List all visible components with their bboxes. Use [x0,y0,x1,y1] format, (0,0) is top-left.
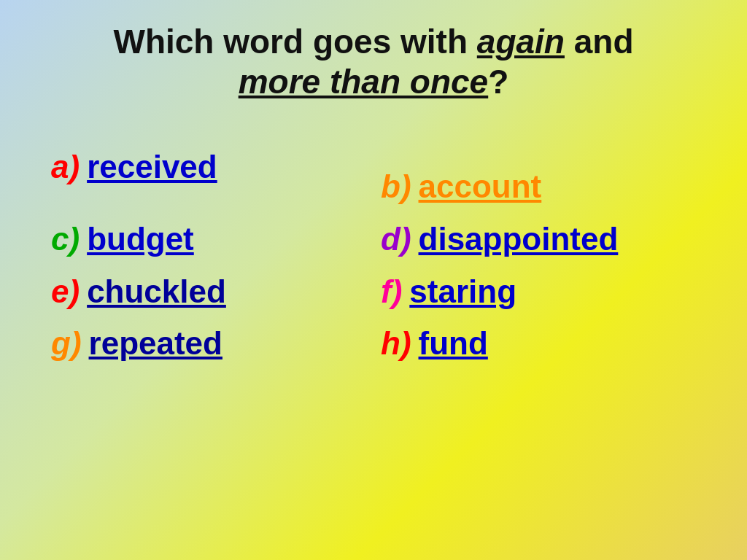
answer-label-h: h) [381,321,411,366]
answer-label-c: c) [51,217,80,262]
answer-label-e: e) [51,269,80,314]
question-middle: and [565,23,634,61]
question-prefix: Which word goes with [113,23,476,61]
answer-word-b: account [419,164,542,209]
question-word2: more than once [239,63,489,101]
question-suffix: ? [488,63,508,101]
answer-item-f: f)staring [381,269,696,314]
answer-word-a: received [87,144,217,190]
answer-label-b: b) [381,164,411,209]
answer-label-g: g) [51,321,82,366]
answer-word-d: disappointed [419,217,619,262]
answer-item-b: b)account [381,164,696,209]
answers-grid: a)receivedb)accountc)budgetd)disappointe… [36,124,711,365]
answer-item-h: h)fund [381,321,696,366]
answer-word-h: fund [419,321,488,366]
answer-label-f: f) [381,269,402,314]
answer-label-d: d) [381,217,411,262]
question-word1: again [477,23,565,61]
answer-item-c: c)budget [51,217,366,262]
answer-item-g: g)repeated [51,321,366,366]
answer-word-f: staring [409,269,516,314]
answer-label-a: a) [51,144,80,190]
answer-item-d: d)disappointed [381,217,696,262]
answer-item-e: e)chuckled [51,269,366,314]
answer-item-a: a)received [51,124,366,209]
question-heading: Which word goes with again and more than… [36,22,711,102]
answer-word-c: budget [87,217,194,262]
answer-word-g: repeated [89,321,222,366]
answer-word-e: chuckled [87,269,226,314]
